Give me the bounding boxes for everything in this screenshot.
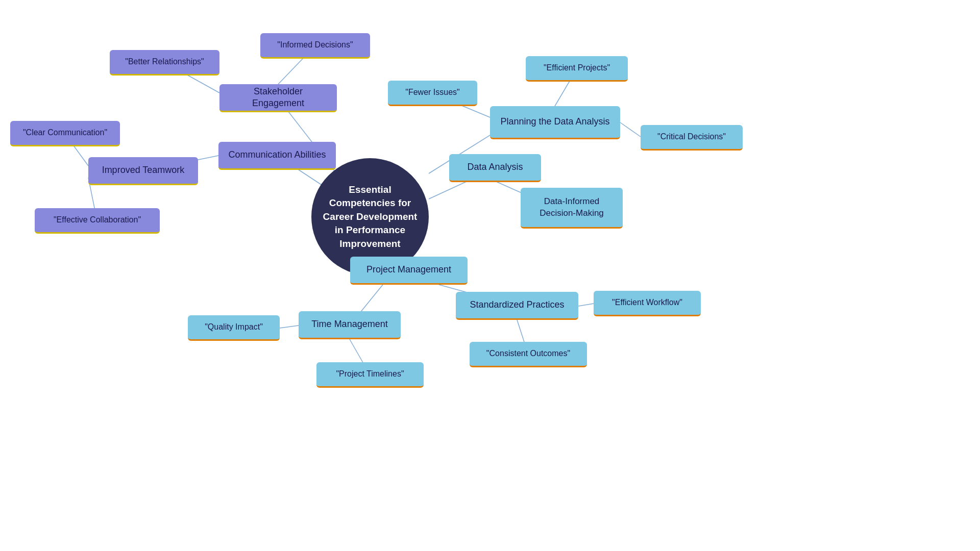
improved-node: Improved Teamwork	[88, 157, 198, 185]
data-informed-node: Data-Informed Decision-Making	[521, 188, 623, 229]
svg-line-15	[280, 325, 299, 328]
critical-node: "Critical Decisions"	[641, 125, 743, 151]
svg-line-18	[578, 304, 594, 306]
informed-node: "Informed Decisions"	[260, 33, 370, 59]
standardized-node: Standardized Practices	[456, 292, 578, 320]
consistent-node: "Consistent Outcomes"	[470, 342, 587, 367]
svg-line-10	[620, 122, 641, 137]
clear-comm-node: "Clear Communication"	[10, 121, 120, 146]
efficient-workflow-node: "Efficient Workflow"	[594, 291, 701, 316]
better-rel-node: "Better Relationships"	[110, 50, 219, 76]
fewer-node: "Fewer Issues"	[388, 81, 477, 106]
project-mgmt-node: Project Management	[350, 257, 468, 285]
effective-node: "Effective Collaboration"	[35, 208, 160, 234]
planning-node: Planning the Data Analysis	[490, 106, 620, 139]
time-mgmt-node: Time Management	[299, 311, 401, 339]
data-analysis-node: Data Analysis	[449, 154, 541, 182]
efficient-proj-node: "Efficient Projects"	[526, 56, 628, 82]
stakeholder-node: Stakeholder Engagement	[219, 84, 337, 112]
project-timelines-node: "Project Timelines"	[316, 362, 424, 388]
comm-node: Communication Abilities	[218, 142, 336, 170]
quality-node: "Quality Impact"	[188, 315, 280, 341]
